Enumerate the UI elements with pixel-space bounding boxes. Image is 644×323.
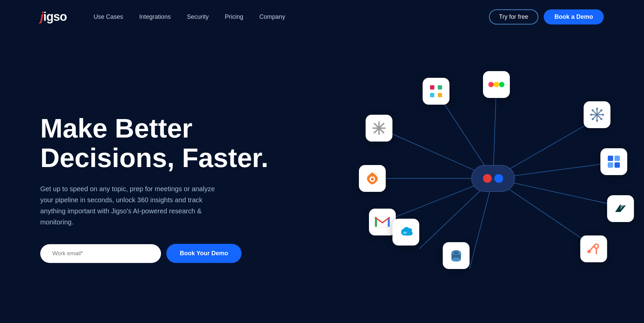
svg-point-29 <box>592 118 594 120</box>
hero-description: Get up to speed on any topic, prep for m… <box>40 183 228 228</box>
svg-rect-36 <box>608 162 613 168</box>
salesforce-icon: SF <box>392 219 419 246</box>
integration-diagram: SF <box>342 34 644 323</box>
svg-point-39 <box>371 178 374 180</box>
svg-point-23 <box>596 120 598 122</box>
hero-form: Book Your Demo <box>40 244 275 263</box>
logo-text: jigso <box>40 10 67 24</box>
svg-point-22 <box>596 108 598 110</box>
hero-title: Make Better Decisions, Faster. <box>40 114 275 173</box>
copper-icon <box>359 165 386 192</box>
svg-rect-12 <box>430 93 434 97</box>
tableau-icon <box>584 101 610 128</box>
svg-text:SF: SF <box>403 231 407 234</box>
svg-point-46 <box>587 250 591 253</box>
svg-point-27 <box>600 118 602 120</box>
notion-icon <box>366 115 392 142</box>
svg-rect-37 <box>614 162 620 168</box>
svg-point-51 <box>451 258 461 262</box>
svg-rect-35 <box>614 156 620 161</box>
main-nav: jigso Use Cases Integrations Security Pr… <box>0 0 644 34</box>
hero-section: Make Better Decisions, Faster. Get up to… <box>0 34 644 323</box>
hero-content: Make Better Decisions, Faster. Get up to… <box>40 114 275 263</box>
svg-point-44 <box>595 245 598 248</box>
nav-use-cases[interactable]: Use Cases <box>94 13 123 20</box>
zendesk-icon <box>607 195 634 222</box>
svg-point-53 <box>453 252 459 254</box>
jigso-hub <box>471 165 515 192</box>
svg-line-45 <box>590 246 594 251</box>
nav-security[interactable]: Security <box>187 13 209 20</box>
svg-point-24 <box>590 114 592 116</box>
postgres-icon <box>443 242 470 269</box>
svg-line-10 <box>470 178 493 269</box>
book-demo-nav-button[interactable]: Book a Demo <box>544 9 604 24</box>
hub-dot-blue <box>494 174 503 183</box>
svg-line-1 <box>493 85 496 178</box>
svg-point-16 <box>494 82 499 87</box>
nav-actions: Try for free Book a Demo <box>489 9 604 24</box>
hub-dot-red <box>483 174 492 183</box>
slack-icon <box>423 78 449 105</box>
gmail-icon <box>369 209 396 235</box>
hubspot-icon <box>580 235 607 262</box>
nav-company[interactable]: Company <box>259 13 285 20</box>
svg-point-28 <box>600 109 602 111</box>
svg-point-15 <box>488 82 494 87</box>
svg-rect-13 <box>438 85 442 90</box>
svg-rect-14 <box>438 93 442 97</box>
email-input[interactable] <box>40 244 161 263</box>
svg-point-26 <box>592 109 594 111</box>
nav-integrations[interactable]: Integrations <box>139 13 171 20</box>
svg-point-17 <box>499 82 504 87</box>
svg-rect-34 <box>608 156 613 161</box>
monday-icon <box>483 71 510 98</box>
svg-point-25 <box>602 114 604 116</box>
logo[interactable]: jigso <box>40 10 67 24</box>
linear-icon <box>600 148 627 175</box>
book-demo-button[interactable]: Book Your Demo <box>166 244 241 263</box>
svg-rect-11 <box>430 85 434 90</box>
nav-pricing[interactable]: Pricing <box>225 13 243 20</box>
try-free-button[interactable]: Try for free <box>489 9 538 24</box>
nav-links: Use Cases Integrations Security Pricing … <box>94 13 489 20</box>
